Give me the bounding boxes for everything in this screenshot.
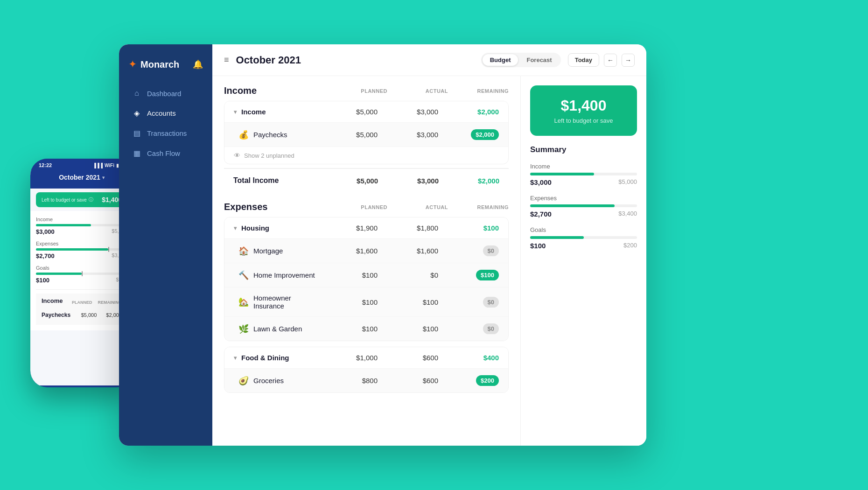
summary-expenses-actual: $2,700 bbox=[530, 210, 552, 218]
food-dining-remaining: $400 bbox=[438, 354, 499, 362]
budget-toggle-group: Budget Forecast bbox=[481, 53, 561, 67]
desktop-app: ✦ Monarch 🔔 ⌂ Dashboard ◈ Accounts ▤ Tra… bbox=[119, 44, 646, 446]
summary-expenses-fill bbox=[530, 204, 615, 207]
mortgage-icon: 🏠 bbox=[238, 246, 249, 256]
housing-expand-icon[interactable]: ▾ bbox=[234, 225, 237, 231]
mobile-expenses-values: $2,700 $3,400 bbox=[36, 252, 127, 259]
summary-income-item: Income $3,000 $5,000 bbox=[530, 163, 637, 186]
summary-goals-bar bbox=[530, 236, 637, 239]
paychecks-label: 💰 Paychecks bbox=[234, 130, 317, 140]
bell-icon[interactable]: 🔔 bbox=[193, 59, 203, 70]
mobile-signal-icon: ▐▐▐ bbox=[93, 163, 103, 168]
mobile-income-section: Income Planned Remaining Paychecks $5,00… bbox=[36, 294, 127, 325]
budget-table: Income PLANNED ACTUAL REMAINING ▾ Income… bbox=[212, 76, 520, 446]
home-improvement-icon: 🔨 bbox=[238, 270, 249, 280]
income-category-label: ▾ Income bbox=[234, 108, 317, 116]
dashboard-icon: ⌂ bbox=[132, 89, 141, 98]
forecast-toggle[interactable]: Forecast bbox=[519, 54, 559, 66]
mobile-income-actual: $3,000 bbox=[36, 228, 55, 235]
groceries-icon: 🥑 bbox=[238, 376, 249, 386]
mobile-paychecks-values: $5,000 $2,000 bbox=[81, 312, 122, 318]
sidebar: ✦ Monarch 🔔 ⌂ Dashboard ◈ Accounts ▤ Tra… bbox=[119, 44, 212, 446]
mobile-wifi-icon: WiFi bbox=[105, 163, 114, 168]
main-content: ≡ October 2021 Budget Forecast Today ← → bbox=[212, 44, 646, 446]
income-planned: $5,000 bbox=[317, 108, 378, 116]
sidebar-item-label: Cash Flow bbox=[147, 149, 180, 157]
summary-goals-item: Goals $100 $200 bbox=[530, 226, 637, 250]
summary-expenses-values: $2,700 $3,400 bbox=[530, 210, 637, 218]
hamburger-icon[interactable]: ≡ bbox=[224, 55, 229, 65]
sidebar-item-cashflow[interactable]: ▦ Cash Flow bbox=[123, 144, 209, 162]
mobile-goals-summary: Goals $100 $200 bbox=[36, 265, 127, 284]
food-dining-category-row: ▾ Food & Dining $1,000 $600 $400 bbox=[224, 347, 508, 369]
today-button[interactable]: Today bbox=[568, 53, 599, 67]
next-arrow-button[interactable]: → bbox=[622, 54, 635, 67]
ltb-label: Left to budget or save bbox=[539, 117, 628, 124]
home-improvement-row: 🔨 Home Improvement $100 $0 $100 bbox=[224, 263, 508, 287]
sidebar-item-dashboard[interactable]: ⌂ Dashboard bbox=[123, 84, 209, 102]
expenses-section-header: Expenses PLANNED ACTUAL REMAINING bbox=[224, 202, 509, 212]
mobile-status-bar: 12:22 ▐▐▐ WiFi ▮▮▮ bbox=[30, 159, 133, 170]
mobile-time: 12:22 bbox=[39, 162, 52, 168]
show-unplanned-text: Show 2 unplanned bbox=[244, 152, 294, 159]
left-to-budget-card: $1,400 Left to budget or save bbox=[530, 85, 637, 136]
food-dining-planned: $1,000 bbox=[317, 354, 378, 362]
summary-goals-values: $100 $200 bbox=[530, 242, 637, 250]
expenses-col-planned: PLANNED bbox=[327, 204, 387, 210]
groceries-label: 🥑 Groceries bbox=[234, 376, 317, 386]
mobile-ltb-label: Left to budget or save ⓘ bbox=[42, 196, 93, 203]
summary-goals-label: Goals bbox=[530, 226, 637, 233]
income-expand-icon[interactable]: ▾ bbox=[234, 109, 237, 115]
summary-income-values: $3,000 $5,000 bbox=[530, 178, 637, 186]
show-unplanned[interactable]: 👁 Show 2 unplanned bbox=[224, 147, 508, 164]
expenses-col-actual: ACTUAL bbox=[387, 204, 448, 210]
accounts-icon: ◈ bbox=[132, 109, 141, 118]
lawn-garden-row: 🌿 Lawn & Garden $100 $100 $0 bbox=[224, 317, 508, 341]
mobile-paychecks-row: Paychecks $5,000 $2,000 bbox=[42, 309, 122, 321]
mobile-expenses-marker bbox=[108, 247, 109, 252]
lawn-garden-planned: $100 bbox=[317, 325, 378, 333]
mobile-goals-values: $100 $200 bbox=[36, 277, 127, 284]
mobile-income-columns: Planned Remaining bbox=[72, 300, 122, 305]
homeowner-insurance-icon: 🏡 bbox=[238, 297, 249, 307]
homeowner-insurance-badge: $0 bbox=[483, 297, 499, 308]
mobile-info-icon: ⓘ bbox=[89, 196, 93, 203]
left-arrow-icon: ← bbox=[607, 56, 614, 64]
mortgage-badge: $0 bbox=[483, 245, 499, 256]
summary-income-planned: $5,000 bbox=[618, 178, 637, 186]
lawn-garden-actual: $100 bbox=[378, 325, 438, 333]
mobile-paychecks-planned: $5,000 bbox=[81, 312, 97, 318]
housing-category-row: ▾ Housing $1,900 $1,800 $100 bbox=[224, 217, 508, 239]
prev-arrow-button[interactable]: ← bbox=[604, 54, 617, 67]
mortgage-actual: $1,600 bbox=[378, 247, 438, 255]
right-arrow-icon: → bbox=[625, 56, 631, 64]
food-dining-expand-icon[interactable]: ▾ bbox=[234, 355, 237, 361]
total-income-remaining: $2,000 bbox=[439, 177, 499, 185]
mobile-phone: 12:22 ▐▐▐ WiFi ▮▮▮ October 2021 ▾ Left t… bbox=[30, 159, 133, 387]
mobile-income-values: $3,000 $5,000 bbox=[36, 228, 127, 235]
groceries-remaining: $200 bbox=[438, 375, 499, 386]
lawn-garden-remaining: $0 bbox=[438, 323, 499, 334]
paychecks-planned: $5,000 bbox=[317, 131, 378, 139]
total-income-row: Total Income $5,000 $3,000 $2,000 bbox=[224, 168, 509, 192]
ltb-amount: $1,400 bbox=[539, 97, 628, 114]
paychecks-row: 💰 Paychecks $5,000 $3,000 $2,000 bbox=[224, 123, 508, 147]
eye-icon: 👁 bbox=[234, 152, 240, 159]
mobile-header: October 2021 ▾ bbox=[30, 170, 133, 189]
main-header: ≡ October 2021 Budget Forecast Today ← → bbox=[212, 44, 646, 76]
income-actual: $3,000 bbox=[378, 108, 438, 116]
sidebar-item-transactions[interactable]: ▤ Transactions bbox=[123, 124, 209, 142]
mobile-body: Income $3,000 $5,000 Expenses bbox=[30, 211, 133, 330]
mobile-expenses-bar bbox=[36, 248, 127, 251]
summary-goals-planned: $200 bbox=[623, 242, 637, 250]
page-title: October 2021 bbox=[236, 54, 474, 66]
summary-section: Summary Income $3,000 $5,000 bbox=[530, 145, 637, 250]
sidebar-nav: ⌂ Dashboard ◈ Accounts ▤ Transactions ▦ … bbox=[119, 84, 212, 162]
lawn-garden-label: 🌿 Lawn & Garden bbox=[234, 324, 317, 334]
homeowner-insurance-label: 🏡 Homeowner Insurance bbox=[234, 294, 317, 310]
mobile-col-planned: Planned bbox=[72, 300, 92, 305]
total-income-label: Total Income bbox=[233, 176, 317, 185]
budget-toggle[interactable]: Budget bbox=[483, 54, 518, 66]
sidebar-item-accounts[interactable]: ◈ Accounts bbox=[123, 104, 209, 122]
income-label: Income bbox=[241, 108, 266, 116]
